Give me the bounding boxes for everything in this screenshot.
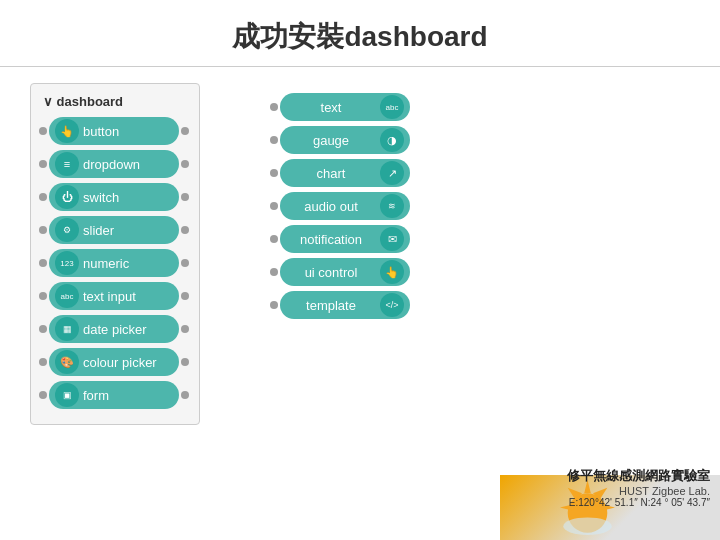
- node-text[interactable]: text abc: [280, 93, 410, 121]
- connector-left: [270, 301, 278, 309]
- node-chart[interactable]: chart ↗: [280, 159, 410, 187]
- banner-title: 修平無線感測網路實驗室: [567, 467, 710, 485]
- connector-right: [181, 292, 189, 300]
- node-button[interactable]: 👆 button: [49, 117, 179, 145]
- node-audio-out[interactable]: audio out ≋: [280, 192, 410, 220]
- node-label: slider: [83, 223, 173, 238]
- node-label: audio out: [286, 199, 376, 214]
- panel-title: ∨ dashboard: [39, 94, 191, 109]
- node-label: colour picker: [83, 355, 173, 370]
- list-item[interactable]: audio out ≋: [270, 192, 430, 220]
- connector-right: [181, 259, 189, 267]
- node-label: date picker: [83, 322, 173, 337]
- connector-right: [181, 193, 189, 201]
- left-panel: ∨ dashboard 👆 button ≡ dropdown ⏻ swi: [30, 83, 200, 425]
- node-template[interactable]: template </>: [280, 291, 410, 319]
- connector-right: [181, 325, 189, 333]
- list-item[interactable]: ⚙ slider: [39, 216, 191, 244]
- node-label: dropdown: [83, 157, 173, 172]
- text-icon: abc: [380, 95, 404, 119]
- connector-left: [39, 358, 47, 366]
- connector-right: [181, 160, 189, 168]
- connector-left: [270, 202, 278, 210]
- list-item[interactable]: text abc: [270, 93, 430, 121]
- chart-icon: ↗: [380, 161, 404, 185]
- node-label: text input: [83, 289, 173, 304]
- connector-left: [270, 268, 278, 276]
- dropdown-icon: ≡: [55, 152, 79, 176]
- node-slider[interactable]: ⚙ slider: [49, 216, 179, 244]
- list-item[interactable]: notification ✉: [270, 225, 430, 253]
- colour-picker-icon: 🎨: [55, 350, 79, 374]
- connector-left: [39, 259, 47, 267]
- connector-left: [270, 103, 278, 111]
- connector-left: [39, 325, 47, 333]
- node-colour-picker[interactable]: 🎨 colour picker: [49, 348, 179, 376]
- connector-left: [270, 169, 278, 177]
- banner-subtitle: HUST Zigbee Lab.: [567, 485, 710, 497]
- connector-right: [181, 127, 189, 135]
- text-input-icon: abc: [55, 284, 79, 308]
- connector-left: [39, 193, 47, 201]
- connector-left: [39, 292, 47, 300]
- node-form[interactable]: ▣ form: [49, 381, 179, 409]
- date-picker-icon: ▦: [55, 317, 79, 341]
- node-label: ui control: [286, 265, 376, 280]
- node-label: chart: [286, 166, 376, 181]
- node-date-picker[interactable]: ▦ date picker: [49, 315, 179, 343]
- button-icon: 👆: [55, 119, 79, 143]
- node-label: form: [83, 388, 173, 403]
- connector-left: [39, 226, 47, 234]
- audio-out-icon: ≋: [380, 194, 404, 218]
- right-panel: text abc gauge ◑ chart ↗ audio out: [270, 93, 430, 425]
- connector-right: [181, 391, 189, 399]
- node-label: gauge: [286, 133, 376, 148]
- node-ui-control[interactable]: ui control 👆: [280, 258, 410, 286]
- form-icon: ▣: [55, 383, 79, 407]
- numeric-icon: 123: [55, 251, 79, 275]
- list-item[interactable]: ui control 👆: [270, 258, 430, 286]
- node-numeric[interactable]: 123 numeric: [49, 249, 179, 277]
- list-item[interactable]: ≡ dropdown: [39, 150, 191, 178]
- node-notification[interactable]: notification ✉: [280, 225, 410, 253]
- connector-left: [270, 235, 278, 243]
- node-label: numeric: [83, 256, 173, 271]
- list-item[interactable]: ⏻ switch: [39, 183, 191, 211]
- switch-icon: ⏻: [55, 185, 79, 209]
- node-gauge[interactable]: gauge ◑: [280, 126, 410, 154]
- connector-right: [181, 358, 189, 366]
- node-text-input[interactable]: abc text input: [49, 282, 179, 310]
- node-label: button: [83, 124, 173, 139]
- list-item[interactable]: 👆 button: [39, 117, 191, 145]
- ui-control-icon: 👆: [380, 260, 404, 284]
- bottom-banner: 修平無線感測網路實驗室 HUST Zigbee Lab. E:120°42' 5…: [500, 475, 720, 540]
- node-label: switch: [83, 190, 173, 205]
- list-item[interactable]: abc text input: [39, 282, 191, 310]
- node-label: template: [286, 298, 376, 313]
- connector-left: [39, 391, 47, 399]
- list-item[interactable]: 123 numeric: [39, 249, 191, 277]
- banner-coords: E:120°42' 51.1″ N:24 ° 05' 43.7″: [567, 497, 710, 508]
- connector-left: [270, 136, 278, 144]
- list-item[interactable]: ▦ date picker: [39, 315, 191, 343]
- connector-left: [39, 127, 47, 135]
- list-item[interactable]: chart ↗: [270, 159, 430, 187]
- template-icon: </>: [380, 293, 404, 317]
- node-label: notification: [286, 232, 376, 247]
- list-item[interactable]: gauge ◑: [270, 126, 430, 154]
- node-dropdown[interactable]: ≡ dropdown: [49, 150, 179, 178]
- node-label: text: [286, 100, 376, 115]
- connector-right: [181, 226, 189, 234]
- list-item[interactable]: ▣ form: [39, 381, 191, 409]
- connector-left: [39, 160, 47, 168]
- node-switch[interactable]: ⏻ switch: [49, 183, 179, 211]
- notification-icon: ✉: [380, 227, 404, 251]
- list-item[interactable]: template </>: [270, 291, 430, 319]
- list-item[interactable]: 🎨 colour picker: [39, 348, 191, 376]
- svg-point-6: [563, 517, 611, 535]
- slider-icon: ⚙: [55, 218, 79, 242]
- page-title: 成功安裝dashboard: [0, 0, 720, 67]
- gauge-icon: ◑: [380, 128, 404, 152]
